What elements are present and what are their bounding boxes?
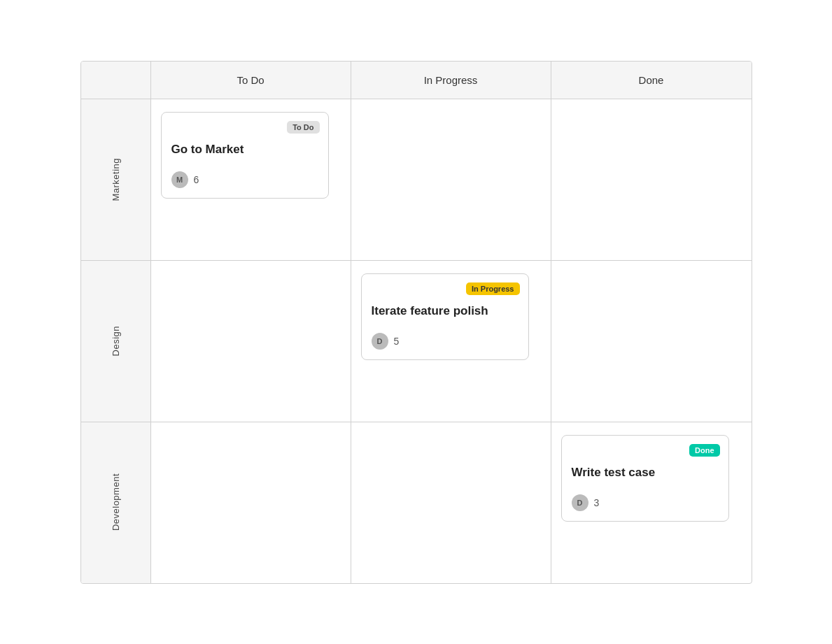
task-badge: To Do bbox=[287, 121, 319, 134]
row-development: Development Done Write test case D 3 bbox=[81, 422, 752, 583]
kanban-board: To Do In Progress Done Marketing To Do G… bbox=[80, 61, 752, 584]
row-label-design: Design bbox=[81, 261, 151, 422]
task-card-iterate-feature[interactable]: In Progress Iterate feature polish D 5 bbox=[361, 273, 529, 361]
cell-design-in-progress[interactable]: In Progress Iterate feature polish D 5 bbox=[351, 261, 551, 422]
row-design: Design In Progress Iterate feature polis… bbox=[81, 261, 752, 422]
cell-marketing-in-progress bbox=[351, 99, 551, 260]
board-body: Marketing To Do Go to Market M 6 bbox=[81, 99, 752, 583]
cell-design-todo bbox=[151, 261, 351, 422]
task-title: Iterate feature polish bbox=[372, 303, 519, 320]
header-corner bbox=[81, 62, 151, 99]
task-count: 5 bbox=[394, 336, 400, 347]
task-badge: In Progress bbox=[466, 282, 520, 295]
task-card-go-to-market[interactable]: To Do Go to Market M 6 bbox=[161, 112, 329, 199]
avatar: D bbox=[372, 333, 388, 350]
column-header-in-progress: In Progress bbox=[351, 62, 551, 99]
task-footer: M 6 bbox=[171, 171, 318, 188]
column-header-done: Done bbox=[551, 62, 752, 99]
avatar: M bbox=[171, 171, 188, 188]
board-header: To Do In Progress Done bbox=[81, 62, 752, 99]
row-label-development: Development bbox=[81, 422, 151, 583]
task-footer: D 5 bbox=[372, 333, 519, 350]
task-badge: Done bbox=[689, 444, 720, 457]
column-header-todo: To Do bbox=[151, 62, 351, 99]
task-count: 3 bbox=[594, 497, 600, 508]
task-footer: D 3 bbox=[572, 494, 719, 511]
task-count: 6 bbox=[194, 174, 199, 185]
row-marketing: Marketing To Do Go to Market M 6 bbox=[81, 99, 752, 261]
avatar: D bbox=[572, 494, 588, 511]
cell-development-done[interactable]: Done Write test case D 3 bbox=[551, 422, 752, 583]
row-label-marketing: Marketing bbox=[81, 99, 151, 260]
task-title: Write test case bbox=[572, 465, 719, 481]
task-title: Go to Market bbox=[171, 142, 318, 158]
cell-marketing-todo[interactable]: To Do Go to Market M 6 bbox=[151, 99, 351, 260]
cell-design-done bbox=[551, 261, 752, 422]
cell-development-in-progress bbox=[351, 422, 551, 583]
task-card-write-test-case[interactable]: Done Write test case D 3 bbox=[561, 435, 729, 522]
cell-marketing-done bbox=[551, 99, 752, 260]
cell-development-todo bbox=[151, 422, 351, 583]
